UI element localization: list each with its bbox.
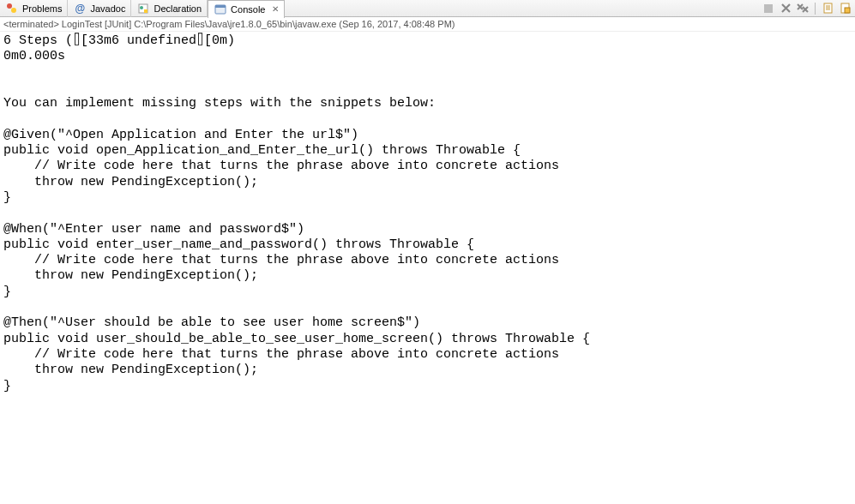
console-toolbar (762, 2, 855, 15)
svg-point-1 (11, 8, 16, 13)
svg-rect-7 (764, 4, 773, 13)
svg-rect-4 (144, 9, 148, 13)
close-icon[interactable]: ✕ (272, 4, 279, 14)
view-tab-bar: Problems @ Javadoc Declaration Console ✕ (0, 0, 855, 17)
svg-rect-6 (215, 5, 226, 8)
tab-problems[interactable]: Problems (0, 0, 68, 17)
tab-javadoc[interactable]: @ Javadoc (68, 0, 131, 17)
remove-launch-icon[interactable] (779, 2, 792, 15)
svg-point-0 (7, 3, 12, 9)
tab-console[interactable]: Console ✕ (208, 0, 285, 18)
svg-rect-13 (845, 8, 850, 13)
javadoc-icon: @ (73, 2, 87, 15)
tab-label: Console (231, 4, 265, 15)
tab-label: Declaration (154, 3, 202, 14)
console-launch-description: <terminated> LoginTest [JUnit] C:\Progra… (0, 17, 855, 32)
svg-point-3 (140, 6, 143, 9)
tab-label: Problems (22, 3, 62, 14)
console-output[interactable]: 6 Steps (⌷[33m6 undefined⌷[0m) 0m0.000s … (0, 32, 855, 396)
pin-console-icon[interactable] (838, 2, 852, 15)
problems-icon (5, 2, 19, 15)
tab-label: Javadoc (90, 3, 125, 14)
toolbar-separator (815, 3, 816, 15)
terminate-icon[interactable] (762, 2, 775, 15)
console-icon (214, 3, 227, 16)
tab-declaration[interactable]: Declaration (131, 0, 208, 17)
remove-all-terminated-icon[interactable] (796, 2, 810, 15)
declaration-icon (136, 2, 150, 15)
scroll-lock-icon[interactable] (821, 2, 834, 15)
